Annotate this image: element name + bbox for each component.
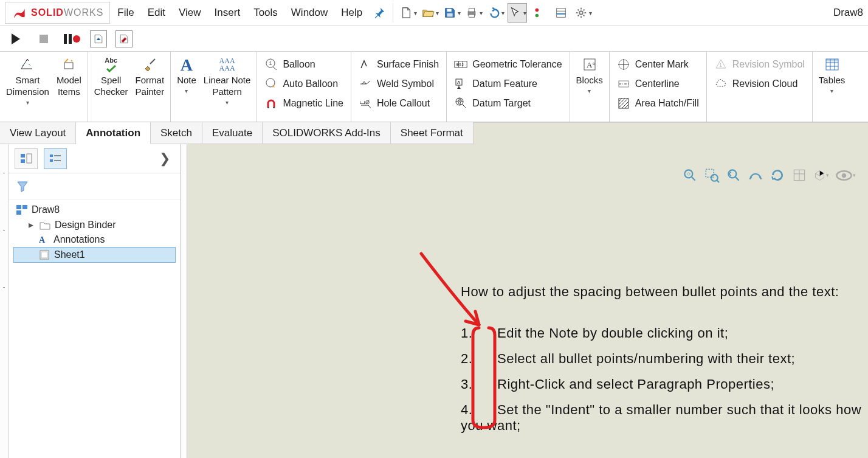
ribbon: Smart Dimension ▾ Model Items Abc Spell … — [0, 52, 868, 122]
tab-evaluate[interactable]: Evaluate — [202, 122, 263, 144]
centerline-button[interactable]: Centerline — [612, 75, 704, 93]
format-painter-label: Format Painter — [136, 75, 165, 98]
hide-show-button[interactable]: ▾ — [813, 167, 829, 183]
menu-edit[interactable]: Edit — [142, 4, 171, 21]
datum-target-button[interactable]: Ø6A1Datum Target — [449, 94, 567, 113]
tab-view-layout[interactable]: View Layout — [0, 122, 76, 144]
svg-rect-52 — [27, 154, 32, 163]
undo-button[interactable]: ▾ — [486, 3, 505, 23]
display-style-button[interactable] — [791, 167, 807, 183]
area-hatch-button[interactable]: Area Hatch/Fill — [612, 94, 704, 113]
expand-icon[interactable]: ▸ — [27, 219, 35, 231]
menu-help[interactable]: Help — [335, 4, 368, 21]
auto-balloon-button[interactable]: Auto Balloon — [260, 75, 348, 93]
abc-icon: Abc — [105, 57, 117, 65]
command-manager-tabs: View Layout Annotation Sketch Evaluate S… — [0, 122, 868, 144]
hole-callout-button[interactable]: ⌴ØHole Callout — [354, 94, 444, 113]
svg-rect-7 — [557, 9, 566, 18]
drawing-note[interactable]: How to adjust the spacing between bullet… — [461, 284, 868, 443]
tree-annotations[interactable]: A Annotations — [13, 232, 176, 247]
tab-addins[interactable]: SOLIDWORKS Add-Ins — [263, 122, 391, 144]
revision-cloud-button[interactable]: Revision Cloud — [709, 75, 810, 93]
magnet-icon — [264, 97, 278, 110]
view-settings-button[interactable]: ▾ — [835, 167, 856, 183]
blocks-icon: A° — [582, 57, 598, 72]
note-list: 1.Edit the Note by double clicking on it… — [461, 325, 868, 434]
section-view-button[interactable] — [748, 167, 763, 183]
spell-checker-button[interactable]: Abc Spell Checker — [91, 55, 132, 98]
tables-button[interactable]: Tables ▾ — [815, 55, 849, 95]
svg-line-64 — [691, 176, 695, 181]
menu-bar: SOLIDWORKS File Edit View Insert Tools W… — [0, 0, 868, 26]
datum-feature-button[interactable]: ADatum Feature — [449, 75, 567, 93]
menu-tools[interactable]: Tools — [247, 4, 284, 21]
smart-dimension-button[interactable]: Smart Dimension ▾ — [2, 55, 53, 106]
options-button[interactable] — [551, 3, 571, 23]
tab-annotation[interactable]: Annotation — [76, 122, 151, 144]
new-macro-button[interactable] — [90, 30, 107, 47]
format-painter-button[interactable]: Format Painter — [132, 55, 168, 98]
stop-macro-button[interactable] — [34, 29, 53, 49]
menu-window[interactable]: Window — [285, 4, 334, 21]
menu-file[interactable]: File — [111, 4, 140, 21]
save-button[interactable]: ▾ — [442, 3, 461, 23]
zoom-to-area-button[interactable] — [704, 167, 720, 183]
feature-manager-tab-button[interactable] — [15, 148, 38, 169]
drawing-canvas[interactable]: ▾ ▾ How to adjust the spacing between bu… — [181, 144, 868, 458]
svg-text:1: 1 — [269, 60, 272, 66]
menu-insert[interactable]: Insert — [208, 4, 247, 21]
tab-sketch[interactable]: Sketch — [151, 122, 202, 144]
note-button[interactable]: A Note ▾ — [173, 55, 200, 95]
blocks-button[interactable]: A° Blocks ▾ — [573, 55, 607, 95]
property-manager-tab-button[interactable] — [44, 148, 67, 169]
check-icon — [105, 65, 117, 72]
rebuild-button[interactable] — [529, 3, 549, 23]
filter-button[interactable] — [15, 178, 30, 194]
tree-design-binder[interactable]: ▸ Design Binder — [13, 217, 176, 232]
note-a-icon: A — [181, 54, 193, 75]
geometric-tolerance-button[interactable]: ⊕0.3Geometric Tolerance — [449, 55, 567, 74]
svg-rect-59 — [16, 210, 21, 215]
rotate-view-button[interactable] — [770, 167, 785, 183]
svg-text:A1: A1 — [458, 102, 461, 105]
blocks-label: Blocks — [576, 75, 603, 86]
balloon-button[interactable]: 1Balloon — [260, 55, 348, 74]
heads-up-view-toolbar: ▾ ▾ — [682, 167, 856, 183]
datum-feature-label: Datum Feature — [472, 78, 537, 89]
play-macro-button[interactable] — [6, 29, 26, 49]
note-item-2: 2.Select all bullet points/numbering wit… — [461, 351, 868, 367]
weld-symbol-button[interactable]: Weld Symbol — [354, 75, 444, 93]
new-document-button[interactable]: ▾ — [398, 3, 418, 23]
pin-icon[interactable] — [370, 3, 389, 23]
settings-gear-button[interactable]: ▾ — [573, 3, 593, 23]
surface-finish-button[interactable]: Surface Finish — [354, 55, 444, 74]
edit-macro-button[interactable] — [115, 30, 133, 47]
gtol-icon: ⊕0.3 — [454, 58, 467, 71]
area-hatch-label: Area Hatch/Fill — [635, 98, 699, 109]
center-mark-button[interactable]: Center Mark — [612, 55, 704, 74]
tree-sheet1[interactable]: Sheet1 — [13, 247, 176, 263]
record-macro-button[interactable] — [62, 29, 81, 49]
svg-point-15 — [266, 78, 275, 87]
zoom-to-fit-button[interactable] — [682, 167, 698, 183]
svg-text:0.3: 0.3 — [460, 63, 464, 67]
previous-view-button[interactable] — [726, 167, 742, 183]
center-mark-label: Center Mark — [635, 59, 689, 70]
open-document-button[interactable]: ▾ — [420, 3, 439, 23]
revision-symbol-button: 1Revision Symbol — [709, 55, 810, 74]
model-items-label: Model Items — [57, 75, 81, 98]
linear-note-pattern-button[interactable]: AAAAAA Linear Note Pattern ▾ — [200, 55, 255, 106]
tree-root-node[interactable]: Draw8 — [13, 203, 176, 217]
print-button[interactable]: ▾ — [464, 3, 483, 23]
weld-icon — [359, 77, 372, 91]
select-tool-button[interactable]: ▾ — [508, 3, 527, 23]
svg-point-75 — [842, 173, 846, 177]
menu-view[interactable]: View — [173, 4, 207, 21]
revision-cloud-icon — [714, 77, 728, 91]
collapse-panel-button[interactable]: ❯ — [155, 149, 174, 168]
tab-sheet-format[interactable]: Sheet Format — [391, 122, 474, 144]
annotations-label: Annotations — [53, 234, 105, 245]
model-items-button[interactable]: Model Items — [53, 55, 85, 98]
magnetic-line-button[interactable]: Magnetic Line — [260, 94, 348, 113]
note-item-1: 1.Edit the Note by double clicking on it… — [461, 325, 868, 341]
